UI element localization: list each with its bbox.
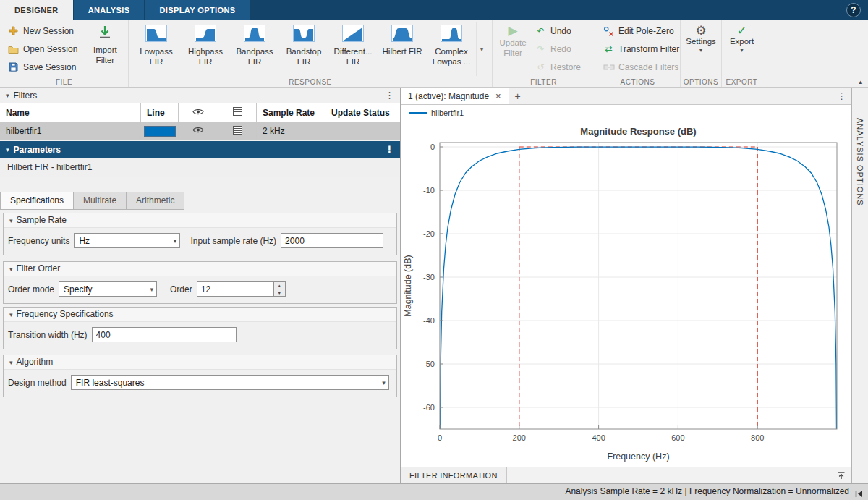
- design-method-select[interactable]: FIR least-squares ▾: [71, 375, 389, 390]
- analysis-options-strip[interactable]: ANALYSIS OPTIONS: [851, 88, 868, 483]
- collapse-analysis-strip-icon[interactable]: [854, 488, 864, 500]
- complex-lowpass-fir-button[interactable]: Complex Lowpas ...: [427, 22, 476, 76]
- redo-button[interactable]: ↷ Redo: [530, 40, 585, 58]
- tab-display-options[interactable]: DISPLAY OPTIONS: [145, 0, 250, 20]
- undo-button[interactable]: ↶ Undo: [530, 22, 585, 40]
- transition-width-label: Transition width (Hz): [8, 330, 88, 340]
- lowpass-response-icon: [145, 25, 167, 45]
- new-session-button[interactable]: New Session: [3, 22, 82, 40]
- spin-down-icon[interactable]: ▾: [274, 289, 285, 296]
- spin-up-icon[interactable]: ▴: [274, 282, 285, 289]
- filter-sample-rate-cell: 2 kHz: [257, 122, 326, 140]
- collapse-toolstrip-icon[interactable]: ▴: [859, 78, 862, 85]
- tab-arithmetic[interactable]: Arithmetic: [127, 192, 184, 210]
- frequency-specifications-group-header[interactable]: ▾Frequency Specifications: [4, 308, 396, 322]
- tab-specifications[interactable]: Specifications: [0, 192, 74, 210]
- expand-filter-info-icon[interactable]: [837, 471, 846, 482]
- export-button[interactable]: ✓ Export ▾: [730, 22, 754, 76]
- section-export: ✓ Export ▾ EXPORT: [722, 20, 762, 87]
- gear-icon: ⚙: [695, 25, 706, 37]
- sample-rate-group-header[interactable]: ▾Sample Rate: [4, 213, 396, 228]
- collapse-caret-icon: ▾: [9, 266, 13, 273]
- svg-text:-40: -40: [423, 316, 435, 325]
- close-icon[interactable]: ×: [495, 90, 501, 101]
- col-filter-info[interactable]: [218, 103, 257, 122]
- toolstrip-ribbon: New Session Open Session Save Session: [0, 20, 868, 88]
- col-visibility[interactable]: [179, 103, 218, 122]
- tab-magnitude-figure[interactable]: 1 (active): Magnitude ×: [401, 88, 509, 104]
- bandstop-fir-button[interactable]: Bandstop FIR: [279, 22, 328, 76]
- line-color-swatch[interactable]: [144, 126, 176, 137]
- save-session-button[interactable]: Save Session: [3, 58, 82, 76]
- col-name[interactable]: Name: [0, 103, 141, 122]
- sample-rate-group: ▾Sample Rate Frequency units Hz ▾ Input …: [3, 213, 397, 255]
- figure-menu-icon[interactable]: ⋮: [837, 90, 846, 101]
- svg-text:-30: -30: [423, 273, 435, 281]
- tab-multirate[interactable]: Multirate: [74, 192, 127, 210]
- order-field[interactable]: [197, 281, 273, 297]
- filter-order-group-header[interactable]: ▾Filter Order: [4, 262, 396, 276]
- chevron-down-icon: ▾: [740, 47, 743, 54]
- filters-menu-icon[interactable]: ⋮: [385, 90, 394, 101]
- main-area: ▾ Filters ⋮ Name Line: [0, 88, 868, 483]
- transform-filter-button[interactable]: ⇄ Transform Filter: [598, 40, 684, 58]
- new-figure-button[interactable]: +: [509, 88, 527, 104]
- response-gallery-dropdown[interactable]: ▾: [476, 22, 487, 76]
- visibility-toggle[interactable]: [179, 122, 218, 140]
- highpass-fir-button[interactable]: Highpass FIR: [181, 22, 230, 76]
- update-filter-button[interactable]: ▶ Update Filter: [495, 22, 530, 76]
- filter-table-row[interactable]: hilbertfir1 2 kHz: [0, 122, 400, 140]
- col-sample-rate[interactable]: Sample Rate: [257, 103, 326, 122]
- svg-text:-50: -50: [423, 360, 435, 368]
- cascade-filters-button[interactable]: Cascade Filters: [598, 58, 684, 76]
- bandpass-response-icon: [244, 25, 265, 45]
- actions-section-label: ACTIONS: [595, 78, 680, 86]
- order-mode-select[interactable]: Specify ▾: [59, 281, 157, 297]
- tab-analysis[interactable]: ANALYSIS: [74, 0, 145, 20]
- input-sample-rate-field[interactable]: [281, 233, 383, 248]
- col-update-status[interactable]: Update Status: [326, 103, 400, 122]
- settings-button[interactable]: ⚙ Settings ▾: [686, 22, 716, 76]
- list-icon: [233, 126, 242, 137]
- open-session-button[interactable]: Open Session: [3, 40, 82, 58]
- restore-button[interactable]: ↺ Restore: [530, 58, 585, 76]
- response-section-label: RESPONSE: [129, 78, 492, 86]
- parameters-tabs: Specifications Multirate Arithmetic: [0, 192, 184, 210]
- frequency-units-label: Frequency units: [8, 236, 69, 246]
- eye-icon: [192, 126, 204, 136]
- cascade-icon: [603, 63, 615, 72]
- design-method-label: Design method: [8, 378, 67, 388]
- order-mode-label: Order mode: [8, 284, 54, 295]
- frequency-units-select[interactable]: Hz ▾: [74, 233, 180, 248]
- filters-panel-header[interactable]: ▾ Filters ⋮: [0, 88, 400, 103]
- tab-designer[interactable]: DESIGNER: [0, 0, 74, 20]
- col-line[interactable]: Line: [141, 103, 179, 122]
- import-filter-button[interactable]: Import Filter: [86, 22, 124, 76]
- bandpass-fir-button[interactable]: Bandpass FIR: [230, 22, 279, 76]
- legend-swatch: [409, 112, 427, 114]
- parameters-menu-icon[interactable]: ⋮: [385, 144, 394, 155]
- options-section-label: OPTIONS: [681, 78, 721, 86]
- redo-icon: ↷: [535, 44, 547, 54]
- filter-info-button[interactable]: [218, 122, 257, 140]
- algorithm-group-header[interactable]: ▾Algorithm: [4, 355, 396, 370]
- filter-order-group: ▾Filter Order Order mode Specify ▾ Order…: [3, 261, 397, 304]
- help-button[interactable]: ?: [846, 3, 861, 17]
- parameters-panel-header[interactable]: ▾ Parameters ⋮: [0, 141, 400, 158]
- hilbert-fir-button[interactable]: Hilbert FIR: [378, 22, 427, 76]
- collapse-caret-icon: ▾: [6, 92, 9, 99]
- magnitude-response-chart[interactable]: 02004006008000-10-20-30-40-50-60Magnitud…: [401, 121, 851, 467]
- filter-line-cell[interactable]: [141, 122, 179, 140]
- chevron-down-icon: ▾: [150, 286, 154, 293]
- lowpass-fir-button[interactable]: Lowpass FIR: [132, 22, 181, 76]
- input-sample-rate-label: Input sample rate (Hz): [190, 236, 276, 246]
- toolstrip-tabbar: DESIGNER ANALYSIS DISPLAY OPTIONS ?: [0, 0, 868, 20]
- status-text: Analysis Sample Rate = 2 kHz | Frequency…: [565, 486, 849, 496]
- edit-pole-zero-button[interactable]: Edit Pole-Zero: [598, 22, 684, 40]
- filter-information-header[interactable]: FILTER INFORMATION: [401, 467, 507, 483]
- transition-width-field[interactable]: [92, 327, 237, 342]
- bandstop-response-icon: [293, 25, 315, 45]
- filter-update-status-cell: [326, 122, 400, 140]
- differentiator-fir-button[interactable]: Different... FIR: [328, 22, 378, 76]
- eye-icon: [192, 108, 204, 118]
